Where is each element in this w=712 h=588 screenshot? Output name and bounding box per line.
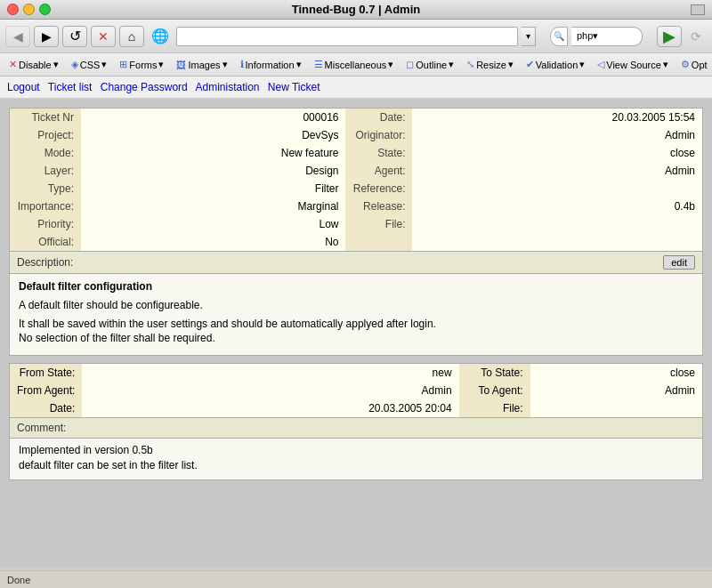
stop-button[interactable]: ✕ [91, 26, 116, 47]
browser-toolbar: ◀ ▶ ↺ ✕ ⌂ 🌐 ▾ 🔍 ▶ ⟳ [0, 20, 712, 53]
back-icon: ◀ [13, 29, 23, 44]
agent-label: Agent: [345, 162, 412, 180]
resize-icon: ⤡ [466, 59, 474, 70]
empty-label [345, 233, 412, 251]
globe-icon: 🌐 [151, 28, 169, 44]
comment-label: Comment: [17, 422, 66, 434]
home-icon: ⌂ [128, 29, 135, 44]
nav-changepassword[interactable]: Change Password [101, 81, 188, 93]
official-label: Official: [10, 233, 81, 251]
wd-misc[interactable]: ☰ Miscellaneous ▾ [309, 56, 400, 73]
ticket-nr-value: 000016 [81, 109, 345, 126]
wd-disable-label: Disable [19, 60, 52, 70]
wd-disable-arrow: ▾ [53, 59, 59, 70]
ticket-nr-label: Ticket Nr [10, 109, 81, 126]
close-button[interactable] [7, 4, 19, 15]
empty-value [412, 233, 702, 251]
ticket-card: Ticket Nr 000016 Date: 20.03.2005 15:54 … [9, 108, 703, 356]
comment-line-1: Implemented in version 0.5b [19, 444, 693, 456]
reload-button[interactable]: ↺ [62, 26, 87, 47]
state-label: State: [345, 144, 412, 162]
release-label: Release: [345, 197, 412, 215]
viewsource-icon: ◁ [597, 59, 604, 70]
wd-validation-label: Validation [536, 60, 578, 70]
layer-value: Design [81, 162, 345, 180]
from-agent-value: Admin [82, 382, 458, 399]
wd-viewsource[interactable]: ◁ View Source ▾ [592, 56, 674, 73]
description-header: Description: edit [10, 251, 702, 274]
wd-information-label: Information [246, 60, 295, 70]
window-controls[interactable] [7, 4, 51, 15]
address-dropdown[interactable]: ▾ [522, 27, 536, 46]
window-title: Tinned-Bug 0.7 | Admin [292, 3, 420, 16]
wd-resize[interactable]: ⤡ Resize ▾ [461, 56, 519, 73]
mode-value: New feature [81, 144, 345, 162]
status-bar: Done [0, 570, 712, 588]
importance-value: Marginal [81, 197, 345, 215]
forward-button[interactable]: ▶ [34, 26, 59, 47]
type-value: Filter [81, 180, 345, 197]
official-value: No [81, 233, 345, 251]
wd-outline-arrow: ▾ [449, 59, 454, 70]
go-button[interactable]: ▶ [657, 26, 682, 47]
reference-value [412, 180, 702, 197]
misc-icon: ☰ [314, 59, 323, 70]
wd-css[interactable]: ◈ CSS ▾ [66, 56, 113, 73]
main-content: Ticket Nr 000016 Date: 20.03.2005 15:54 … [0, 99, 712, 568]
release-value: 0.4b [412, 197, 702, 215]
desc-line-1: A default filter should be configureable… [19, 298, 693, 313]
priority-value: Low [81, 215, 345, 233]
wd-outline[interactable]: ◻ Outline ▾ [400, 56, 459, 73]
wd-resize-label: Resize [476, 60, 506, 70]
comment-header: Comment: [10, 417, 702, 439]
nav-logout[interactable]: Logout [7, 81, 40, 93]
date-label: Date: [345, 109, 412, 126]
from-state-value: new [82, 364, 458, 382]
wd-forms-label: Forms [129, 60, 157, 70]
nav-links: Logout Ticket list Change Password Admin… [0, 77, 712, 99]
agent-value: Admin [412, 162, 702, 180]
wd-outline-label: Outline [416, 60, 447, 70]
wd-forms[interactable]: ⊞ Forms ▾ [114, 56, 169, 73]
address-bar[interactable] [176, 27, 518, 46]
css-icon: ◈ [71, 59, 78, 70]
nav-newticket[interactable]: New Ticket [268, 81, 320, 93]
forward-icon: ▶ [42, 29, 52, 44]
nav-ticketlist[interactable]: Ticket list [48, 81, 93, 93]
description-label: Description: [17, 256, 73, 269]
originator-label: Originator: [345, 126, 412, 144]
wd-forms-arrow: ▾ [158, 59, 164, 70]
wd-validation[interactable]: ✔ Validation ▾ [521, 56, 591, 73]
desc-title: Default filter configuration [19, 279, 693, 294]
minimize-button[interactable] [23, 4, 35, 15]
search-prefix: 🔍 [550, 27, 568, 46]
hist-file-label: File: [459, 399, 530, 417]
home-button[interactable]: ⌂ [119, 26, 144, 47]
from-state-label: From State: [10, 364, 82, 382]
wd-disable[interactable]: ✕ Disable ▾ [4, 56, 64, 73]
hist-date-value: 20.03.2005 20:04 [82, 399, 458, 417]
disable-icon: ✕ [9, 59, 17, 70]
expand-button[interactable] [691, 4, 705, 15]
desc-line-2: It shall be saved within the user settin… [19, 317, 693, 347]
edit-button[interactable]: edit [663, 255, 695, 270]
layer-label: Layer: [10, 162, 81, 180]
stop-icon: ✕ [98, 29, 109, 44]
description-content: Default filter configuration A default f… [10, 274, 702, 355]
maximize-button[interactable] [39, 4, 51, 15]
back-button[interactable]: ◀ [5, 26, 30, 47]
information-icon: ℹ [240, 59, 244, 70]
images-icon: 🖼 [176, 60, 186, 70]
wd-options[interactable]: ⚙ Opt [676, 56, 712, 73]
wd-information-arrow: ▾ [296, 59, 302, 70]
nav-admin[interactable]: Administation [195, 81, 259, 93]
wd-viewsource-arrow: ▾ [663, 59, 668, 70]
from-agent-label: From Agent: [10, 382, 82, 399]
search-input[interactable] [571, 27, 643, 46]
wd-misc-arrow: ▾ [388, 59, 393, 70]
dropdown-icon: ▾ [526, 31, 530, 41]
wd-information[interactable]: ℹ Information ▾ [235, 56, 307, 73]
wd-images[interactable]: 🖼 Images ▾ [171, 56, 232, 73]
options-icon: ⚙ [681, 59, 690, 70]
file-value [412, 215, 702, 233]
